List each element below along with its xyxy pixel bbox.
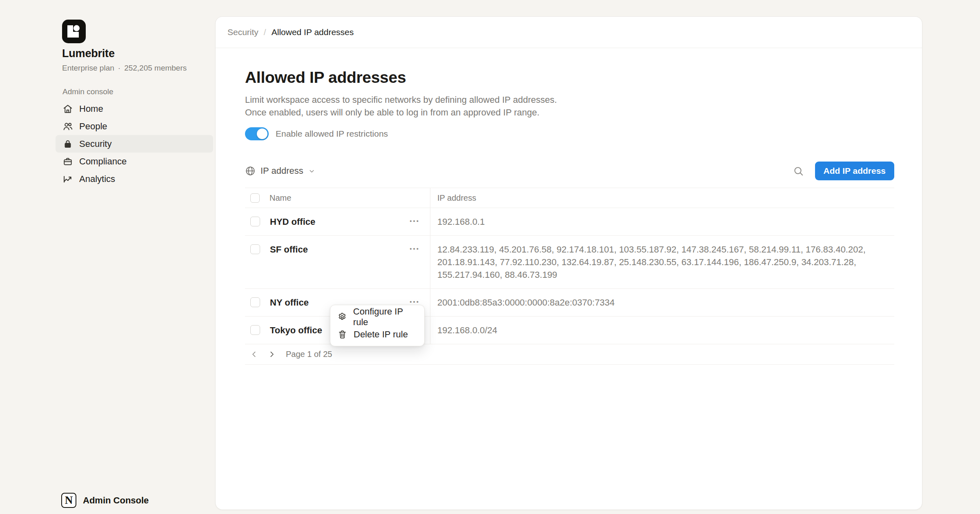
analytics-icon xyxy=(62,174,73,184)
description-line-1: Limit workspace access to specific netwo… xyxy=(245,95,557,105)
pagination-label: Page 1 of 25 xyxy=(286,350,332,359)
menu-item-delete-ip-rule[interactable]: Delete IP rule xyxy=(333,326,421,343)
toggle-label: Enable allowed IP restrictions xyxy=(276,129,388,139)
menu-item-label: Configure IP rule xyxy=(353,306,417,328)
context-menu: Configure IP rule Delete IP rule xyxy=(330,305,425,346)
admin-console-section-label: Admin console xyxy=(62,87,114,96)
row-menu-button[interactable]: ••• xyxy=(410,246,420,252)
search-icon xyxy=(793,165,804,177)
row-menu-button[interactable]: ••• xyxy=(410,299,420,305)
page-title: Allowed IP addresses xyxy=(245,69,894,86)
row-name: HYD office xyxy=(270,215,315,228)
filter-actions: Add IP address xyxy=(793,162,895,180)
chevron-right-icon xyxy=(267,350,276,359)
home-icon xyxy=(62,104,73,114)
chevron-left-icon xyxy=(250,350,258,359)
row-checkbox[interactable] xyxy=(250,325,260,335)
table-header-row: Name IP address xyxy=(245,188,894,208)
toggle-knob xyxy=(257,128,267,139)
row-ip: 192.168.0.1 xyxy=(437,215,894,228)
row-name: NY office xyxy=(270,296,309,309)
sidebar-item-label: People xyxy=(79,121,107,132)
main-card: Security / Allowed IP addresses Allowed … xyxy=(215,16,922,510)
breadcrumb-security[interactable]: Security xyxy=(227,27,258,37)
sidebar-item-label: Home xyxy=(79,104,103,114)
notion-logo-icon: N xyxy=(61,493,76,508)
breadcrumb: Security / Allowed IP addresses xyxy=(216,17,922,48)
column-header-ip: IP address xyxy=(437,193,476,202)
people-icon xyxy=(62,121,73,132)
row-name: SF office xyxy=(270,243,308,256)
breadcrumb-separator: / xyxy=(264,27,266,37)
menu-item-configure-ip-rule[interactable]: Configure IP rule xyxy=(333,308,421,326)
menu-item-label: Delete IP rule xyxy=(354,329,408,340)
description-line-2: Once enabled, users will only be able to… xyxy=(245,107,539,117)
ip-restrictions-toggle[interactable] xyxy=(245,127,269,140)
workspace-name: Lumebrite xyxy=(62,47,115,60)
globe-icon xyxy=(245,166,256,176)
workspace-meta: Enterprise plan · 252,205 members xyxy=(62,64,187,73)
sidebar-item-analytics[interactable]: Analytics xyxy=(56,170,213,188)
column-header-name: Name xyxy=(270,193,291,203)
sidebar-item-security[interactable]: Security xyxy=(56,135,213,153)
filter-row: IP address Add IP address xyxy=(245,162,894,180)
sidebar-footer-label: Admin Console xyxy=(83,495,149,506)
sidebar-nav: Home People Security Compliance xyxy=(56,100,213,188)
sidebar-item-label: Security xyxy=(79,139,111,149)
breadcrumb-current: Allowed IP addresses xyxy=(272,27,354,37)
add-ip-address-button[interactable]: Add IP address xyxy=(815,162,895,180)
previous-page-button[interactable] xyxy=(247,350,261,359)
toggle-row: Enable allowed IP restrictions xyxy=(245,127,894,140)
sidebar-item-home[interactable]: Home xyxy=(56,100,213,117)
gear-icon xyxy=(337,312,347,322)
sidebar-item-label: Compliance xyxy=(79,156,127,167)
filter-label: IP address xyxy=(261,166,303,176)
workspace-logo-icon[interactable] xyxy=(62,20,86,43)
ip-address-filter[interactable]: IP address xyxy=(245,166,315,176)
chevron-down-icon xyxy=(308,168,315,175)
row-checkbox[interactable] xyxy=(250,297,260,307)
meta-separator: · xyxy=(118,64,120,73)
sidebar: Lumebrite Enterprise plan · 252,205 memb… xyxy=(0,0,215,514)
select-all-checkbox[interactable] xyxy=(250,193,260,203)
sidebar-item-people[interactable]: People xyxy=(56,117,213,135)
pagination: Page 1 of 25 xyxy=(245,344,894,365)
briefcase-icon xyxy=(62,156,73,167)
row-checkbox[interactable] xyxy=(250,244,260,254)
row-menu-button[interactable]: ••• xyxy=(410,218,420,224)
trash-icon xyxy=(337,329,347,339)
row-name: Tokyo office xyxy=(270,324,322,337)
table-row-sf-office: SF office ••• 12.84.233.119, 45.201.76.5… xyxy=(245,236,894,289)
table-row-hyd-office: HYD office ••• 192.168.0.1 xyxy=(245,208,894,236)
search-button[interactable] xyxy=(793,165,804,177)
sidebar-item-compliance[interactable]: Compliance xyxy=(56,153,213,170)
row-ip: 12.84.233.119, 45.201.76.58, 92.174.18.1… xyxy=(437,243,894,281)
sidebar-item-label: Analytics xyxy=(79,174,115,184)
row-ip: 192.168.0.0/24 xyxy=(437,324,894,337)
workspace-members: 252,205 members xyxy=(124,64,187,73)
next-page-button[interactable] xyxy=(265,350,278,359)
page-description: Limit workspace access to specific netwo… xyxy=(245,93,894,119)
lock-icon xyxy=(62,139,73,149)
workspace-plan: Enterprise plan xyxy=(62,64,114,73)
row-checkbox[interactable] xyxy=(250,217,260,226)
sidebar-footer[interactable]: N Admin Console xyxy=(61,493,149,508)
row-ip: 2001:0db8:85a3:0000:0000:8a2e:0370:7334 xyxy=(437,296,894,309)
